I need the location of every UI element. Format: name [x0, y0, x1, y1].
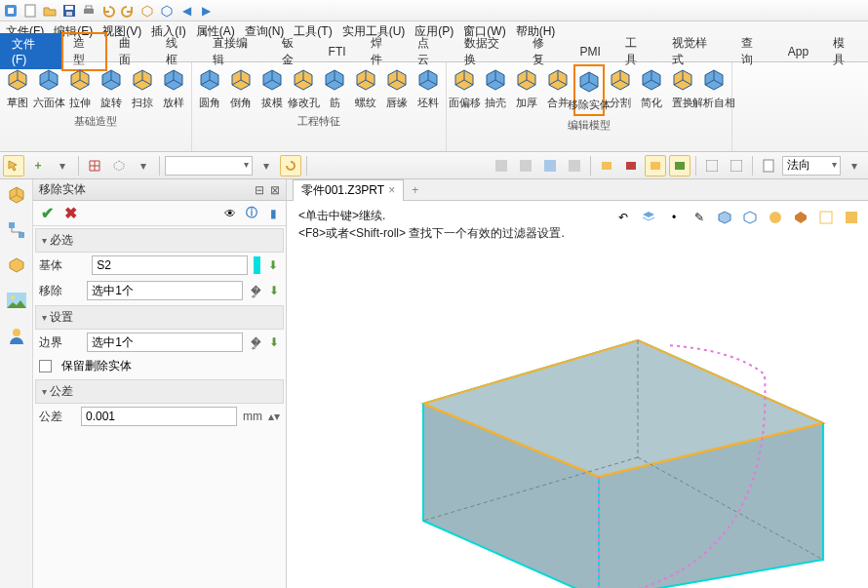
vt-cube1-icon[interactable]	[714, 207, 735, 228]
document-tab[interactable]: 零件001.Z3PRT ×	[293, 179, 404, 201]
ribbon-button[interactable]: 螺纹	[350, 64, 381, 112]
base-pick-icon[interactable]	[254, 256, 259, 274]
dropdown-icon[interactable]: ▾	[52, 155, 73, 176]
tolerance-spinner[interactable]: ▴▾	[268, 408, 280, 425]
layer1-icon[interactable]	[596, 155, 617, 176]
model-view[interactable]	[306, 238, 852, 588]
ribbon-button[interactable]: 扫掠	[127, 64, 158, 112]
section-tolerance[interactable]: 公差	[35, 379, 284, 404]
add-tab-icon[interactable]: +	[404, 183, 426, 197]
ribbon-button[interactable]: 解析自相	[698, 64, 730, 116]
hierarchy-icon[interactable]	[5, 218, 28, 242]
ribbon-button[interactable]: 简化	[636, 64, 667, 116]
ribbon-button[interactable]: 草图	[2, 64, 33, 112]
misc4-icon[interactable]	[564, 155, 585, 176]
ribbon-tab[interactable]: FTI	[317, 42, 359, 61]
misc2-icon[interactable]	[515, 155, 536, 176]
keep-checkbox[interactable]	[39, 360, 52, 372]
caret-icon[interactable]: ▾	[133, 155, 154, 176]
ribbon-button[interactable]: 筋	[319, 64, 350, 112]
ribbon-button[interactable]: 圆角	[194, 64, 225, 112]
misc1-icon[interactable]	[491, 155, 512, 176]
remove-down-icon[interactable]: ⬇	[267, 282, 280, 299]
vt-wireframe-icon[interactable]	[815, 207, 837, 228]
view1-icon[interactable]	[701, 155, 723, 176]
grid-icon[interactable]	[84, 155, 105, 176]
redo-icon[interactable]	[119, 2, 137, 20]
box1-icon[interactable]	[138, 2, 156, 20]
ribbon-button[interactable]: 坯料	[413, 64, 444, 112]
ribbon-button[interactable]: 面偏移	[449, 64, 480, 116]
box2-icon[interactable]	[158, 2, 176, 20]
save-icon[interactable]	[60, 2, 78, 20]
op-cube-icon[interactable]	[5, 183, 28, 207]
ribbon-tab[interactable]: PMI	[568, 42, 612, 61]
ribbon-button[interactable]: 修改孔	[288, 64, 319, 112]
vt-edit-icon[interactable]: ✎	[689, 207, 710, 228]
doc-icon[interactable]	[758, 155, 779, 176]
filter-combo[interactable]	[165, 156, 253, 176]
tolerance-input[interactable]	[81, 407, 237, 426]
view2-icon[interactable]	[726, 155, 747, 176]
boundary-expand-icon[interactable]: �ީ	[249, 333, 261, 351]
user-icon[interactable]	[5, 324, 28, 347]
vt-dot-icon[interactable]: •	[663, 207, 685, 228]
vt-back-icon[interactable]: ↶	[612, 207, 634, 228]
caret3-icon[interactable]: ▾	[844, 155, 865, 176]
ribbon-button[interactable]: 六面体	[33, 64, 64, 112]
panel-close-icon[interactable]: ⊠	[270, 183, 280, 197]
layer4-icon[interactable]	[669, 155, 690, 176]
new-icon[interactable]	[21, 2, 39, 20]
misc3-icon[interactable]	[539, 155, 561, 176]
vt-grid-icon[interactable]	[841, 207, 862, 228]
open-icon[interactable]	[41, 2, 59, 20]
section-required[interactable]: 必选	[35, 228, 284, 253]
panel-pin-icon[interactable]: ⊟	[255, 183, 264, 197]
ribbon-tab[interactable]: 查询	[730, 32, 776, 71]
ribbon-button[interactable]: 拉伸	[64, 64, 96, 112]
refresh-icon[interactable]	[280, 155, 301, 176]
prev-icon[interactable]: ◀	[178, 2, 195, 20]
next-icon[interactable]: ▶	[197, 2, 215, 20]
ribbon-button[interactable]: 移除实体	[573, 64, 605, 116]
base-input[interactable]	[92, 255, 248, 275]
ribbon-button[interactable]: 抽壳	[480, 64, 511, 116]
boundary-input[interactable]	[87, 333, 243, 352]
close-tab-icon[interactable]: ×	[388, 183, 395, 197]
vt-cube2-icon[interactable]	[739, 207, 761, 228]
base-down-icon[interactable]: ⬇	[266, 256, 280, 274]
remove-expand-icon[interactable]: �ީ	[249, 282, 261, 299]
cancel-button[interactable]: ✖	[60, 204, 80, 223]
print-icon[interactable]	[80, 2, 98, 20]
main-area: 移除实体 ⊟ ⊠ ✔ ✖ 👁 ⓘ ▮ 必选 基体 ⬇ 移除 �ީ ⬇ 设	[0, 179, 868, 588]
remove-input[interactable]	[87, 281, 243, 300]
material-icon[interactable]	[5, 254, 28, 277]
vt-palette-icon[interactable]	[765, 207, 786, 228]
ribbon-button[interactable]: 旋转	[96, 64, 127, 112]
ribbon-button[interactable]: 拔模	[256, 64, 288, 112]
ribbon-button[interactable]: 分割	[605, 64, 636, 116]
hex-icon[interactable]	[108, 155, 130, 176]
direction-combo[interactable]: 法向	[782, 156, 841, 176]
vt-hex-icon[interactable]	[790, 207, 811, 228]
layer2-icon[interactable]	[620, 155, 642, 176]
boundary-down-icon[interactable]: ⬇	[267, 333, 280, 351]
eye-icon[interactable]: 👁	[221, 205, 239, 222]
image-icon[interactable]	[5, 289, 28, 312]
expand-icon[interactable]: ▮	[264, 205, 282, 222]
add-tool-icon[interactable]: +	[27, 155, 49, 176]
cursor-tool-icon[interactable]	[3, 155, 24, 176]
undo-icon[interactable]	[99, 2, 117, 20]
ribbon-button[interactable]: 唇缘	[381, 64, 413, 112]
section-settings[interactable]: 设置	[35, 305, 284, 330]
ribbon-tab[interactable]: App	[776, 42, 821, 61]
ribbon-button[interactable]: 加厚	[511, 64, 542, 116]
info-icon[interactable]: ⓘ	[243, 205, 260, 222]
layer3-icon[interactable]	[645, 155, 666, 176]
ribbon-button[interactable]: 倒角	[225, 64, 256, 112]
ribbon-button[interactable]: 放样	[158, 64, 189, 112]
caret2-icon[interactable]: ▾	[256, 155, 277, 176]
vt-layers-icon[interactable]	[638, 207, 659, 228]
ribbon-tab[interactable]: 模具	[821, 32, 868, 71]
ok-button[interactable]: ✔	[37, 204, 57, 223]
